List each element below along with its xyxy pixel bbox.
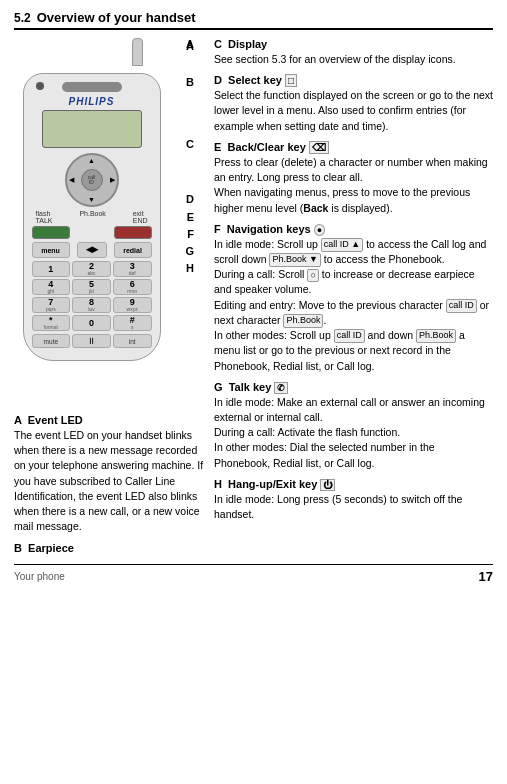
soft-keys-row	[32, 226, 152, 239]
flash-talk-label: flashTALK	[36, 210, 53, 224]
diagram-label-B: B	[186, 76, 194, 88]
section-G-heading: G Talk key ✆	[214, 381, 493, 393]
section-C: C Display See section 5.3 for an overvie…	[214, 38, 493, 67]
section-number: 5.2	[14, 11, 31, 25]
section-D-body: Select the function displayed on the scr…	[214, 88, 493, 134]
diagram-container: A PHILIPS	[14, 38, 194, 408]
key-6[interactable]: 6mno	[113, 279, 152, 295]
section-F-body: In idle mode: Scroll up call ID ▲ to acc…	[214, 237, 493, 374]
earpiece	[62, 82, 122, 92]
nav-up-icon: ▲	[88, 157, 95, 164]
key-0[interactable]: 0	[72, 315, 111, 331]
mute-key[interactable]: mute	[32, 334, 71, 348]
key-7[interactable]: 7pqrs	[32, 297, 71, 313]
screen-display	[42, 110, 142, 148]
diagram-label-H: H	[186, 262, 194, 274]
section-F-heading: F Navigation keys ●	[214, 223, 493, 235]
nav-right-icon: ▶	[110, 176, 115, 184]
left-column: A PHILIPS	[14, 38, 204, 556]
section-H-heading: H Hang-up/Exit key ⏻	[214, 478, 493, 490]
section-C-body: See section 5.3 for an overview of the d…	[214, 52, 493, 67]
end-key[interactable]	[114, 226, 152, 239]
phone-body: PHILIPS ▲ ▼ ◀ ▶ callID	[23, 73, 161, 361]
diagram-label-G: G	[185, 245, 194, 257]
nav-left-icon: ◀	[69, 176, 74, 184]
diagram-label-C: C	[186, 138, 194, 150]
ph-book-label: Ph.Book	[79, 210, 105, 224]
nav-labels: flashTALK Ph.Book exitEND	[32, 210, 152, 224]
section-title: Overview of your handset	[37, 10, 196, 25]
section-header: 5.2 Overview of your handset	[14, 10, 493, 30]
section-G-body: In idle mode: Make an external call or a…	[214, 395, 493, 471]
diagram-label-E: E	[187, 211, 194, 223]
section-B-left: B Earpiece	[14, 542, 204, 554]
section-H-body: In idle mode: Long press (5 seconds) to …	[214, 492, 493, 522]
exit-end-label: exitEND	[133, 210, 148, 224]
brand-logo: PHILIPS	[32, 96, 152, 107]
section-E-heading: E Back/Clear key ⌫	[214, 141, 493, 153]
nav-down-icon: ▼	[88, 196, 95, 203]
section-E-body: Press to clear (delete) a character or n…	[214, 155, 493, 216]
key-9[interactable]: 9wxyz	[113, 297, 152, 313]
right-column: C Display See section 5.3 for an overvie…	[214, 38, 493, 556]
footer-label: Your phone	[14, 571, 65, 582]
section-E: E Back/Clear key ⌫ Press to clear (delet…	[214, 141, 493, 216]
key-3[interactable]: 3def	[113, 261, 152, 277]
earpiece-area	[32, 82, 152, 92]
key-5[interactable]: 5jkl	[72, 279, 111, 295]
section-B-heading: B Earpiece	[14, 542, 204, 554]
menu-key[interactable]: menu	[32, 242, 70, 258]
section-A-heading: A Event LED	[14, 414, 204, 426]
key-2[interactable]: 2abc	[72, 261, 111, 277]
nav-center-button[interactable]: callID	[81, 169, 103, 191]
speaker-key[interactable]: ◀▶	[77, 242, 107, 258]
bottom-keys: mute ⏸ int	[32, 334, 152, 348]
section-F: F Navigation keys ● In idle mode: Scroll…	[214, 223, 493, 374]
diagram-label-A: A	[186, 40, 194, 52]
talk-key[interactable]	[32, 226, 70, 239]
key-star[interactable]: *format	[32, 315, 71, 331]
section-D-heading: D Select key □	[214, 74, 493, 86]
int-key[interactable]: int	[113, 334, 152, 348]
phone-diagram: A PHILIPS	[14, 38, 169, 361]
keypad: 1 2abc 3def 4ghi 5jkl 6mno 7pqrs 8tuv 9w…	[32, 261, 152, 331]
diagram-label-F: F	[187, 228, 194, 240]
key-8[interactable]: 8tuv	[72, 297, 111, 313]
hold-key[interactable]: ⏸	[72, 334, 111, 348]
key-4[interactable]: 4ghi	[32, 279, 71, 295]
section-A-body: The event LED on your handset blinks whe…	[14, 428, 204, 535]
antenna-icon	[132, 38, 143, 66]
page: 5.2 Overview of your handset A	[0, 0, 507, 784]
redial-key[interactable]: redial	[114, 242, 152, 258]
section-A-left: A Event LED The event LED on your handse…	[14, 414, 204, 535]
key-1[interactable]: 1	[32, 261, 71, 277]
section-C-heading: C Display	[214, 38, 493, 50]
page-footer: Your phone 17	[14, 564, 493, 584]
event-led	[36, 82, 44, 90]
section-H: H Hang-up/Exit key ⏻ In idle mode: Long …	[214, 478, 493, 522]
page-number: 17	[479, 569, 493, 584]
section-G: G Talk key ✆ In idle mode: Make an exter…	[214, 381, 493, 471]
key-hash[interactable]: #s	[113, 315, 152, 331]
main-content: A PHILIPS	[14, 38, 493, 556]
section-D: D Select key □ Select the function displ…	[214, 74, 493, 134]
diagram-label-D: D	[186, 193, 194, 205]
navigation-ring[interactable]: ▲ ▼ ◀ ▶ callID	[65, 153, 119, 207]
